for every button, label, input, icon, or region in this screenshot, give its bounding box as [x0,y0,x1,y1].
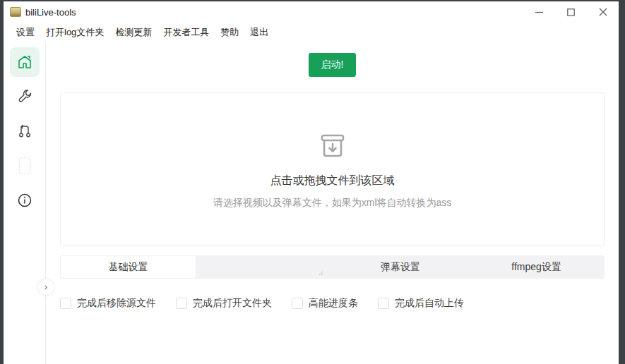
options-row: 完成后移除源文件 完成后打开文件夹 高能进度条 完成后自动上传 [60,297,605,310]
dropzone-title: 点击或拖拽文件到该区域 [270,174,395,188]
sidebar-item-clip[interactable] [10,151,40,181]
checkbox-high-energy-bar[interactable]: 高能进度条 [292,297,358,310]
home-icon [16,54,33,71]
titlebar: biliLive-tools [4,1,619,23]
app-window: biliLive-tools 设置 打开log文件夹 检测更新 开发者工具 赞助… [4,1,619,364]
menu-item-settings[interactable]: 设置 [11,24,40,41]
resize-grip-icon [318,270,323,276]
checkbox-remove-source[interactable]: 完成后移除源文件 [60,297,156,310]
sidebar-item-pipeline[interactable] [10,116,40,146]
minimize-button[interactable] [523,1,555,23]
tab-ffmpeg-settings[interactable]: ffmpeg设置 [468,255,605,279]
tabbar-spacer [196,255,333,279]
menu-item-devtools[interactable]: 开发者工具 [157,24,215,41]
maximize-icon [567,8,575,16]
sidebar-item-home[interactable] [10,47,40,77]
clip-outline-icon [16,155,34,176]
dropzone-subtitle: 请选择视频以及弹幕文件，如果为xml将自动转换为ass [213,197,452,210]
close-icon [599,8,607,16]
minimize-icon [535,8,543,16]
archive-download-icon [316,130,349,162]
app-icon [10,7,21,17]
checkbox-icon[interactable] [378,298,389,309]
menu-item-open-log-folder[interactable]: 打开log文件夹 [40,24,109,41]
tab-basic-settings[interactable]: 基础设置 [60,255,196,279]
wrench-icon [16,88,33,105]
sidebar-item-about[interactable] [10,186,40,215]
checkbox-icon[interactable] [60,298,71,309]
close-button[interactable] [587,1,619,23]
maximize-button[interactable] [555,1,587,23]
main-panel: 启动! 点击或拖拽文件到该区域 请选择视频以及弹幕文件，如果为xml将自动转换为… [46,42,619,364]
menu-item-exit[interactable]: 退出 [244,24,274,41]
file-dropzone[interactable]: 点击或拖拽文件到该区域 请选择视频以及弹幕文件，如果为xml将自动转换为ass [60,92,605,246]
sidebar-collapse-toggle[interactable]: › [38,279,54,295]
merge-icon [16,123,33,140]
window-controls [523,1,619,23]
settings-tabbar: 基础设置 弹幕设置 ffmpeg设置 [60,255,605,279]
sidebar-item-tools[interactable] [10,82,40,111]
checkbox-open-folder[interactable]: 完成后打开文件夹 [176,297,272,310]
start-button[interactable]: 启动! [309,53,357,77]
sidebar [4,42,46,364]
menu-item-sponsor[interactable]: 赞助 [215,24,244,41]
body-row: › 启动! 点击或拖拽文件到该区域 请选择视频以及弹幕文件，如果为xml将自动转… [4,42,619,364]
checkbox-icon[interactable] [176,298,187,309]
checkbox-icon[interactable] [292,298,303,309]
tab-danmaku-settings[interactable]: 弹幕设置 [333,255,469,279]
app-title: biliLive-tools [25,7,76,18]
info-icon [16,192,33,209]
menubar: 设置 打开log文件夹 检测更新 开发者工具 赞助 退出 [4,23,619,42]
checkbox-auto-upload[interactable]: 完成后自动上传 [378,297,464,310]
menu-item-check-update[interactable]: 检测更新 [109,24,157,41]
